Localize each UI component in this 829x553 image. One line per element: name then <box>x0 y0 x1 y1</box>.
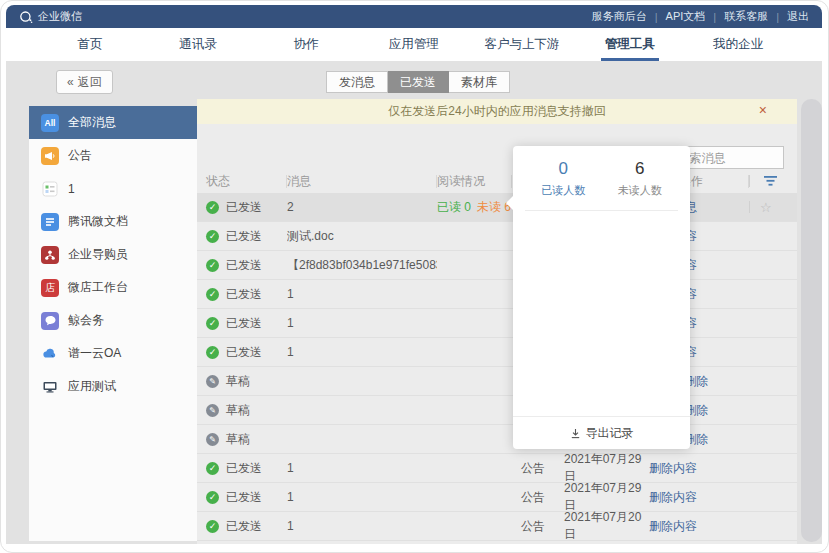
table-row[interactable]: ✓ 已发送 【2f8d83bf034b1e971fe5083eea... 删除内… <box>197 251 797 280</box>
status-cell: ✓ 已发送 <box>197 286 287 303</box>
status-label: 已发送 <box>226 286 262 303</box>
tab-素材库[interactable]: 素材库 <box>449 71 510 93</box>
draft-icon: ✎ <box>206 375 219 388</box>
popup-stat-已读人数[interactable]: 0 已读人数 <box>525 159 602 198</box>
wecom-logo-icon <box>19 10 33 24</box>
topbar-link-separator: | <box>713 11 716 23</box>
status-cell: ✓ 已发送 <box>197 228 287 245</box>
nav-item-label: 通讯录 <box>179 36 217 53</box>
app-cell: 公告 <box>512 518 562 535</box>
table-row[interactable]: ✓ 已发送 1 删除内容 <box>197 280 797 309</box>
list-icon <box>41 180 59 198</box>
notice-text: 仅在发送后24小时内的应用消息支持撤回 <box>388 103 605 120</box>
sent-check-icon: ✓ <box>206 462 219 475</box>
sidebar-item-企业导购员[interactable]: 企业导购员 <box>29 238 197 271</box>
nav-item-label: 管理工具 <box>605 36 655 53</box>
nav-item-应用管理[interactable]: 应用管理 <box>360 28 468 61</box>
download-icon <box>570 428 581 439</box>
stat-value: 6 <box>602 159 679 179</box>
table-row[interactable]: ✎ 草稿 编辑|删除 <box>197 425 797 454</box>
sidebar-item-公告[interactable]: 公告 <box>29 139 197 172</box>
sidebar-item-鲸会务[interactable]: 鲸会务 <box>29 304 197 337</box>
action-cell: 删除内容 <box>649 460 749 477</box>
filter-icon[interactable] <box>764 176 777 186</box>
all-badge-icon: All <box>41 114 59 132</box>
tab-已发送[interactable]: 已发送 <box>388 71 449 93</box>
topbar-link[interactable]: 退出 <box>787 9 809 24</box>
nav-item-首页[interactable]: 首页 <box>36 28 144 61</box>
message-cell: 1 <box>287 490 437 504</box>
sidebar-item-1[interactable]: 1 <box>29 172 197 205</box>
table-row[interactable]: ✓ 已发送 1 删除内容 <box>197 309 797 338</box>
message-cell: 2 <box>287 200 437 214</box>
header-divider <box>749 175 750 187</box>
message-table-body: ✓ 已发送 2 已读 0未读 6 撤回消息 ☆ ✓ 已发送 测试.doc 删除内… <box>197 193 797 541</box>
stat-value: 0 <box>525 159 602 179</box>
table-row[interactable]: ✓ 已发送 1 公告 2021年07月29日 删除内容 <box>197 454 797 483</box>
nav-item-客户与上下游[interactable]: 客户与上下游 <box>468 28 576 61</box>
tab-发消息[interactable]: 发消息 <box>326 71 388 93</box>
action-link-删除内容[interactable]: 删除内容 <box>649 461 697 475</box>
action-link-删除内容[interactable]: 删除内容 <box>649 490 697 504</box>
read-count: 已读 0 <box>437 200 471 214</box>
sidebar-item-谱一云OA[interactable]: 谱一云OA <box>29 337 197 370</box>
sent-check-icon: ✓ <box>206 346 219 359</box>
back-chevron-icon: « <box>67 75 74 89</box>
table-row[interactable]: ✓ 已发送 1 删除内容 <box>197 338 797 367</box>
app-sidebar: All 全部消息 公告 1 腾讯微文档 企业导购员 店 微店工作台 鲸会务 谱一… <box>29 106 197 541</box>
status-cell: ✓ 已发送 <box>197 315 287 332</box>
status-label: 已发送 <box>226 199 262 216</box>
status-label: 已发送 <box>226 257 262 274</box>
sidebar-item-全部消息[interactable]: All 全部消息 <box>29 106 197 139</box>
close-icon[interactable]: × <box>759 103 767 117</box>
app-cell: 公告 <box>512 489 562 506</box>
status-cell: ✎ 草稿 <box>197 373 287 390</box>
nav-item-label: 首页 <box>78 36 103 53</box>
read-status-cell[interactable]: 已读 0未读 6 <box>437 199 512 216</box>
sidebar-item-label: 应用测试 <box>68 378 116 395</box>
topbar-link[interactable]: 联系客服 <box>724 9 768 24</box>
table-row[interactable]: ✓ 已发送 测试.doc 删除内容 <box>197 222 797 251</box>
status-cell: ✓ 已发送 <box>197 344 287 361</box>
read-status-popup: 0 已读人数 6 未读人数 导出记录 <box>513 146 690 449</box>
sidebar-item-label: 全部消息 <box>68 114 116 131</box>
cell-divider <box>749 201 750 213</box>
action-link-删除内容[interactable]: 删除内容 <box>649 519 697 533</box>
table-row[interactable]: ✓ 已发送 1 公告 2021年07月29日 删除内容 <box>197 483 797 512</box>
sidebar-item-label: 公告 <box>68 147 92 164</box>
topbar-link[interactable]: 服务商后台 <box>592 9 647 24</box>
topbar-link-separator: | <box>655 11 658 23</box>
sidebar-item-label: 腾讯微文档 <box>68 213 128 230</box>
message-tabs: 发消息已发送素材库 <box>326 71 510 93</box>
sidebar-item-微店工作台[interactable]: 店 微店工作台 <box>29 271 197 304</box>
star-icon[interactable]: ☆ <box>760 200 772 215</box>
vertical-scrollbar[interactable] <box>801 99 822 542</box>
draft-icon: ✎ <box>206 433 219 446</box>
table-row[interactable]: ✎ 草稿 编辑|删除 <box>197 396 797 425</box>
back-label: 返回 <box>78 74 102 91</box>
message-cell: 【2f8d83bf034b1e971fe5083eea... <box>287 257 437 274</box>
nav-bar: 首页通讯录协作应用管理客户与上下游管理工具我的企业 <box>6 28 822 61</box>
sidebar-item-label: 1 <box>68 182 75 196</box>
nav-item-label: 协作 <box>294 36 319 53</box>
sidebar-item-label: 谱一云OA <box>68 345 121 362</box>
table-row[interactable]: ✓ 已发送 2 已读 0未读 6 撤回消息 ☆ <box>197 193 797 222</box>
nav-item-管理工具[interactable]: 管理工具 <box>576 28 684 61</box>
header-message: 消息 <box>287 175 437 188</box>
back-button[interactable]: « 返回 <box>56 70 113 94</box>
nav-item-通讯录[interactable]: 通讯录 <box>144 28 252 61</box>
message-cell: 1 <box>287 345 437 359</box>
table-row[interactable]: ✓ 已发送 1 公告 2021年07月20日 删除内容 <box>197 512 797 541</box>
sidebar-item-应用测试[interactable]: 应用测试 <box>29 370 197 403</box>
main-panel: 仅在发送后24小时内的应用消息支持撤回 × 状态 消息 阅读情况 操作 <box>197 99 797 544</box>
table-row[interactable]: ✎ 草稿 编辑|删除 <box>197 367 797 396</box>
sidebar-item-腾讯微文档[interactable]: 腾讯微文档 <box>29 205 197 238</box>
notice-bar: 仅在发送后24小时内的应用消息支持撤回 × <box>197 99 797 124</box>
nav-item-我的企业[interactable]: 我的企业 <box>684 28 792 61</box>
export-records-button[interactable]: 导出记录 <box>513 416 690 449</box>
popup-stat-未读人数[interactable]: 6 未读人数 <box>602 159 679 198</box>
nav-item-协作[interactable]: 协作 <box>252 28 360 61</box>
topbar-link[interactable]: API文档 <box>666 9 706 24</box>
action-cell: 删除内容 <box>649 518 749 535</box>
status-cell: ✓ 已发送 <box>197 489 287 506</box>
